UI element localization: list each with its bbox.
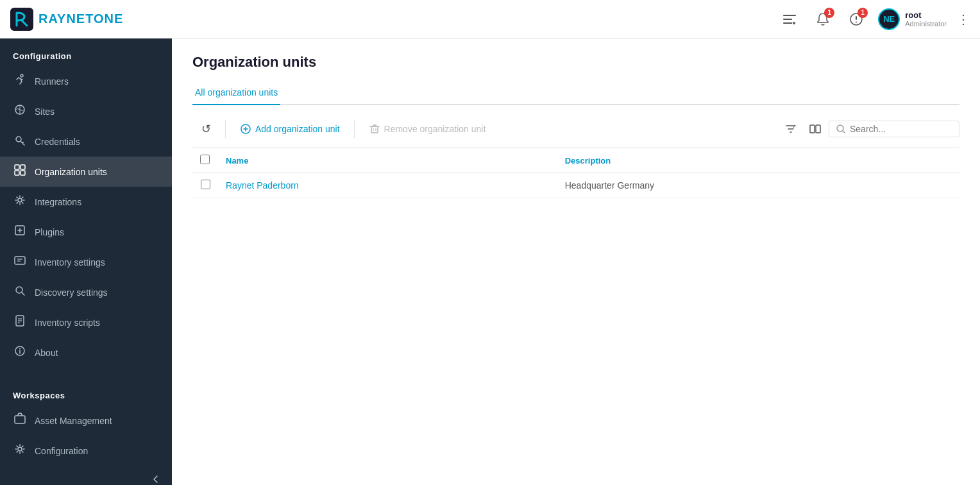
logo: RAYNETONE	[10, 8, 123, 31]
user-name: root	[905, 10, 947, 20]
header-right: 1 1 NE root Administrator ⋮	[778, 8, 970, 31]
alerts-badge: 1	[858, 8, 868, 18]
table-header-description: Description	[557, 148, 959, 173]
config-section-title: Configuration	[0, 38, 172, 66]
user-area: NE root Administrator	[878, 8, 947, 30]
integrations-icon	[13, 194, 27, 210]
search-input[interactable]	[850, 124, 952, 134]
toolbar-separator-1	[225, 120, 226, 138]
plugins-icon	[13, 224, 27, 240]
sidebar-collapse-button[interactable]	[0, 466, 172, 485]
sidebar-item-runners[interactable]: Runners	[0, 66, 172, 96]
add-organization-unit-label: Add organization unit	[255, 124, 340, 134]
toolbar-separator-2	[354, 120, 355, 138]
svg-point-17	[18, 198, 22, 202]
svg-rect-14	[21, 165, 25, 169]
sidebar-item-about-label: About	[35, 348, 58, 358]
svg-rect-29	[15, 416, 25, 423]
refresh-icon: ↺	[201, 122, 211, 136]
sidebar-item-inventory-settings-label: Inventory settings	[35, 257, 105, 268]
svg-rect-35	[810, 125, 815, 133]
sidebar-item-discovery-settings[interactable]: Discovery settings	[0, 277, 172, 307]
sidebar-item-asset-management[interactable]: Asset Management	[0, 405, 172, 436]
logo-part1: RAYNET	[38, 12, 94, 26]
runners-icon	[13, 73, 27, 89]
svg-point-28	[19, 348, 21, 350]
sidebar-item-organization-units[interactable]: Organization units	[0, 157, 172, 187]
credentials-icon	[13, 133, 27, 149]
tabs-container: All organization units	[192, 81, 959, 105]
sidebar-item-credentials-label: Credentials	[35, 137, 80, 147]
search-icon	[836, 124, 846, 134]
user-role: Administrator	[905, 20, 947, 28]
row-checkbox[interactable]	[201, 180, 210, 189]
sidebar-item-about[interactable]: About	[0, 337, 172, 368]
svg-rect-2	[783, 19, 792, 20]
filter-button[interactable]	[780, 118, 802, 140]
svg-point-30	[18, 447, 22, 451]
sidebar-item-inventory-scripts[interactable]: Inventory scripts	[0, 307, 172, 337]
sidebar-item-discovery-settings-label: Discovery settings	[35, 287, 108, 298]
add-icon	[240, 123, 251, 135]
columns-button[interactable]	[804, 118, 826, 140]
notifications-button[interactable]: 1	[811, 8, 834, 31]
toolbar: ↺ Add organization unit	[192, 110, 959, 148]
inventory-settings-icon	[13, 254, 27, 270]
menu-icon	[783, 13, 796, 26]
sidebar-item-plugins-label: Plugins	[35, 227, 64, 237]
trash-icon	[369, 123, 380, 135]
svg-rect-36	[816, 125, 820, 133]
svg-rect-7	[856, 16, 857, 20]
app-header: RAYNETONE 1 1	[0, 0, 980, 38]
logo-icon	[10, 8, 33, 31]
sidebar-item-sites[interactable]: Sites	[0, 96, 172, 126]
sidebar-item-plugins[interactable]: Plugins	[0, 217, 172, 247]
sidebar-item-credentials[interactable]: Credentials	[0, 126, 172, 157]
sidebar-item-runners-label: Runners	[35, 76, 69, 87]
select-all-checkbox[interactable]	[200, 155, 210, 164]
svg-point-8	[856, 21, 857, 22]
table-header: Name Description	[192, 148, 959, 173]
sidebar-bottom	[0, 466, 172, 485]
table-header-name: Name	[218, 148, 557, 173]
tab-all-organization-units[interactable]: All organization units	[192, 81, 280, 105]
svg-rect-32	[371, 126, 378, 133]
columns-icon	[809, 123, 822, 135]
svg-rect-16	[21, 171, 25, 175]
sidebar-item-configuration-ws-label: Configuration	[35, 446, 88, 456]
svg-point-9	[21, 74, 23, 77]
alerts-button[interactable]: 1	[845, 8, 868, 31]
remove-organization-unit-label: Remove organization unit	[384, 124, 486, 134]
svg-rect-15	[15, 171, 19, 175]
configuration-ws-icon	[13, 443, 27, 459]
main-layout: Configuration Runners Sites Credentials …	[0, 38, 980, 485]
svg-rect-19	[15, 257, 25, 264]
sidebar: Configuration Runners Sites Credentials …	[0, 38, 172, 485]
asset-management-icon	[13, 413, 27, 429]
content-inner: Organization units All organization unit…	[172, 38, 980, 485]
sidebar-item-inventory-settings[interactable]: Inventory settings	[0, 247, 172, 277]
svg-rect-1	[783, 15, 796, 16]
add-organization-unit-button[interactable]: Add organization unit	[231, 119, 349, 139]
search-box	[829, 121, 959, 137]
sidebar-item-integrations[interactable]: Integrations	[0, 187, 172, 217]
menu-button[interactable]	[778, 8, 801, 31]
avatar: NE	[878, 8, 900, 30]
sidebar-item-sites-label: Sites	[35, 106, 55, 117]
row-checkbox-cell	[192, 173, 218, 198]
sidebar-item-configuration-ws[interactable]: Configuration	[0, 436, 172, 466]
sidebar-item-organization-units-label: Organization units	[35, 167, 107, 177]
discovery-settings-icon	[13, 284, 27, 300]
row-name[interactable]: Raynet Paderborn	[218, 173, 557, 198]
notifications-badge: 1	[824, 8, 834, 18]
remove-organization-unit-button[interactable]: Remove organization unit	[360, 119, 495, 139]
refresh-button[interactable]: ↺	[192, 118, 220, 140]
organization-units-icon	[13, 164, 27, 180]
logo-part2: ONE	[94, 12, 123, 26]
about-icon	[13, 345, 27, 361]
svg-point-5	[793, 22, 795, 24]
table-header-checkbox-cell	[192, 148, 218, 173]
inventory-scripts-icon	[13, 314, 27, 330]
more-options-button[interactable]: ⋮	[957, 12, 970, 27]
table-row: Raynet Paderborn Headquarter Germany	[192, 173, 959, 198]
